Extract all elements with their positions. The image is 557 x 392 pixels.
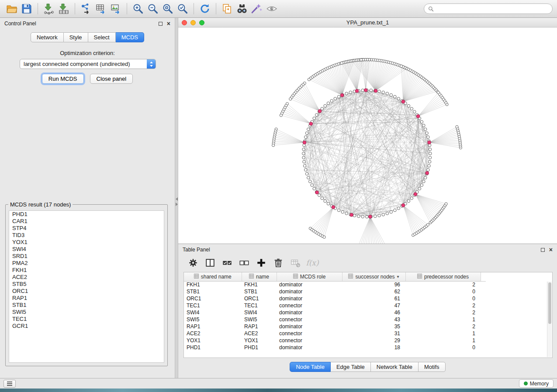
cell[interactable]: dominator [277,323,342,330]
cell[interactable]: TEC1 [184,302,242,309]
cell[interactable]: YOX1 [184,337,242,344]
mcds-node-item[interactable]: ACE2 [9,274,164,281]
column-header-successor-nodes[interactable]: successor nodes ▾ [342,272,405,281]
cell[interactable]: 47 [342,302,405,309]
cell[interactable]: PHD1 [184,344,242,351]
cell[interactable]: 0 [405,288,481,295]
column-header-predecessor-nodes[interactable]: predecessor nodes [405,272,481,281]
zoom-fit-button[interactable] [160,2,175,16]
table-row[interactable]: FKH1FKH1dominator962 [184,281,486,288]
delete-button[interactable] [271,256,285,269]
cell[interactable]: 18 [342,344,405,351]
export-network-button[interactable] [79,2,93,16]
cell[interactable]: dominator [277,281,342,288]
tab-style[interactable]: Style [64,32,88,42]
cell[interactable]: ACE2 [242,330,277,337]
column-header-MCDS-role[interactable]: MCDS role [277,272,342,281]
zoom-out-button[interactable] [145,2,160,16]
deselect-all-button[interactable] [237,256,251,269]
cell[interactable]: dominator [277,344,342,351]
table-row[interactable]: YOX1YOX1connector291 [184,337,486,344]
cell[interactable]: 2 [405,323,481,330]
cell[interactable]: 61 [342,295,405,302]
mcds-node-item[interactable]: STP4 [9,225,164,232]
cell[interactable]: connector [277,337,342,344]
mcds-node-item[interactable]: STB1 [9,302,164,309]
table-row[interactable]: ACE2ACE2connector311 [184,330,486,337]
cell[interactable]: 1 [405,316,481,323]
style-wand-button[interactable] [249,2,264,16]
export-image-button[interactable] [108,2,123,16]
mcds-node-item[interactable]: SWI4 [9,246,164,253]
table-row[interactable]: SWI5SWI5connector431 [184,316,486,323]
cell[interactable]: 1 [405,337,481,344]
cell[interactable]: PHD1 [242,344,277,351]
cell[interactable]: TEC1 [242,302,277,309]
table-row[interactable]: STB1STB1dominator620 [184,288,486,295]
cell[interactable]: dominator [277,288,342,295]
tab-edge-table[interactable]: Edge Table [331,362,371,372]
float-table-panel-icon[interactable] [541,248,545,252]
mcds-node-item[interactable]: PMA2 [9,260,164,267]
mcds-node-item[interactable]: RAP1 [9,295,164,302]
cell[interactable]: RAP1 [242,323,277,330]
cell[interactable]: 1 [405,330,481,337]
window-close-button[interactable] [182,20,187,25]
zoom-in-button[interactable] [131,2,145,16]
network-graph[interactable] [178,28,557,244]
mcds-node-item[interactable]: TID3 [9,232,164,239]
mcds-node-item[interactable]: FKH1 [9,267,164,274]
cell[interactable]: 96 [342,281,405,288]
network-window-titlebar[interactable]: YPA_prune.txt_1 [178,18,557,28]
add-button[interactable] [254,256,268,269]
cell[interactable]: connector [277,302,342,309]
gear-button[interactable] [186,256,200,269]
cell[interactable]: 35 [342,323,405,330]
cell[interactable]: connector [277,316,342,323]
binoculars-button[interactable] [235,2,249,16]
mcds-node-item[interactable]: PHD1 [9,211,164,218]
cell[interactable]: STB1 [184,288,242,295]
cell[interactable]: connector [277,330,342,337]
tab-select[interactable]: Select [88,32,116,42]
cell[interactable]: 43 [342,316,405,323]
cell[interactable]: YOX1 [242,337,277,344]
import-network-button[interactable] [42,2,56,16]
criterion-dropdown[interactable]: largest connected component (undirected) [20,59,156,69]
cell[interactable]: SWI5 [184,316,242,323]
cell[interactable]: STB1 [242,288,277,295]
run-mcds-button[interactable]: Run MCDS [42,74,84,84]
mcds-node-item[interactable]: SWI5 [9,309,164,316]
cell[interactable]: 2 [405,302,481,309]
cell[interactable]: dominator [277,295,342,302]
close-panel-button[interactable]: Close panel [90,74,133,84]
search-input[interactable] [436,6,548,12]
float-panel-icon[interactable] [159,22,163,26]
network-view[interactable] [178,28,557,244]
tab-network-table[interactable]: Network Table [371,362,419,372]
columns-button[interactable] [203,256,217,269]
refresh-button[interactable] [197,2,212,16]
cell[interactable]: 0 [405,295,481,302]
open-folder-button[interactable] [4,2,19,16]
mcds-node-item[interactable]: SRD1 [9,253,164,260]
mcds-node-item[interactable]: STB5 [9,281,164,288]
cell[interactable]: FKH1 [242,281,277,288]
export-table-button[interactable] [93,2,108,16]
cell[interactable]: SWI5 [242,316,277,323]
window-maximize-button[interactable] [199,20,204,25]
cell[interactable]: dominator [277,309,342,316]
table-row[interactable]: TEC1TEC1connector472 [184,302,486,309]
mcds-node-item[interactable]: ORC1 [9,288,164,295]
splitter-collapse-icon[interactable] [175,196,178,207]
cell[interactable]: ACE2 [184,330,242,337]
select-all-button[interactable] [220,256,234,269]
tab-mcds[interactable]: MCDS [116,32,144,42]
table-row[interactable]: PHD1PHD1dominator180 [184,344,486,351]
memory-button[interactable]: Memory [519,379,554,388]
menu-button[interactable] [3,380,16,388]
tab-motifs[interactable]: Motifs [419,362,446,372]
cell[interactable]: 46 [342,309,405,316]
column-header-shared-name[interactable]: shared name [184,272,242,281]
cell[interactable]: SWI4 [184,309,242,316]
